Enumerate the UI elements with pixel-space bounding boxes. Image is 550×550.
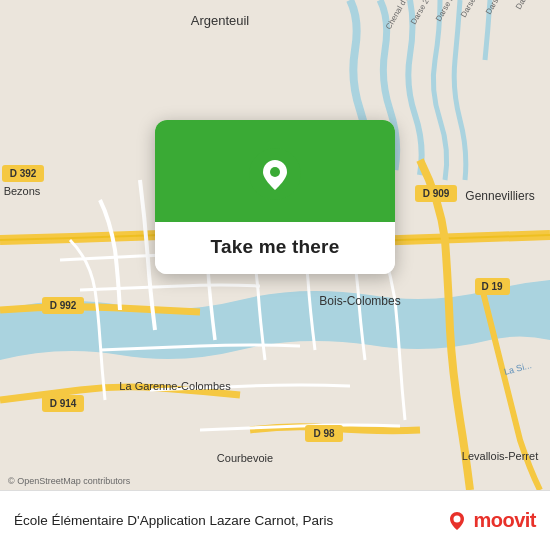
moovit-text: moovit [473, 509, 536, 532]
svg-text:D 992: D 992 [50, 300, 77, 311]
map-container: A 86 D 909 D 992 D 914 D 19 D 98 D 392 A… [0, 0, 550, 490]
svg-text:Levallois-Perret: Levallois-Perret [462, 450, 538, 462]
svg-text:D 392: D 392 [10, 168, 37, 179]
take-me-there-label: Take me there [211, 236, 340, 258]
svg-text:Courbevoie: Courbevoie [217, 452, 273, 464]
svg-text:Bezons: Bezons [4, 185, 41, 197]
footer-bar: École Élémentaire D'Application Lazare C… [0, 490, 550, 550]
school-name: École Élémentaire D'Application Lazare C… [14, 513, 446, 528]
moovit-logo: moovit [446, 509, 536, 532]
card-bottom-white: Take me there [155, 222, 395, 274]
card-top-green [155, 120, 395, 222]
svg-text:D 19: D 19 [481, 281, 503, 292]
svg-text:La Garenne-Colombes: La Garenne-Colombes [119, 380, 231, 392]
svg-text:D 98: D 98 [313, 428, 335, 439]
svg-text:D 914: D 914 [50, 398, 77, 409]
svg-point-31 [454, 515, 461, 522]
take-me-there-card[interactable]: Take me there [155, 120, 395, 274]
svg-text:Gennevilliers: Gennevilliers [465, 189, 534, 203]
svg-text:Bois-Colombes: Bois-Colombes [319, 294, 400, 308]
svg-point-30 [270, 167, 280, 177]
location-pin-icon [249, 148, 301, 200]
moovit-pin-icon [446, 510, 468, 532]
svg-text:Argenteuil: Argenteuil [191, 13, 250, 28]
svg-text:D 909: D 909 [423, 188, 450, 199]
